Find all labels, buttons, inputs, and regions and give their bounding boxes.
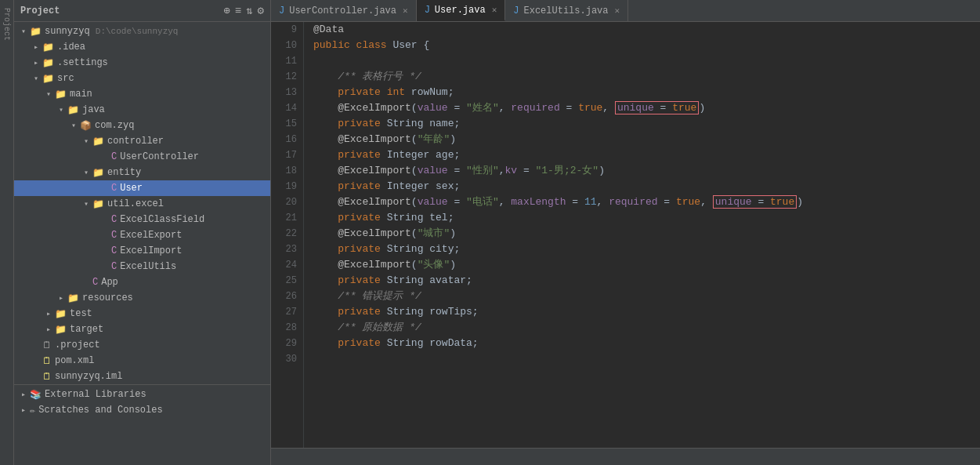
tree-item-target[interactable]: ▸ 📁 target xyxy=(14,322,270,337)
label-test: test xyxy=(70,308,92,319)
collapse-icon[interactable]: ≡ xyxy=(235,5,241,17)
label-excelutils: ExcelUtils xyxy=(120,261,176,272)
tree-item-scratches[interactable]: ▸ ✏ Scratches and Consoles xyxy=(14,402,270,418)
ln-26: 26 xyxy=(271,289,297,304)
arrow-scratches: ▸ xyxy=(17,405,30,415)
ln-30: 30 xyxy=(271,351,297,367)
arrow-controller: ▾ xyxy=(80,136,92,146)
ln-20: 20 xyxy=(271,194,297,210)
code-line-30 xyxy=(313,351,980,367)
tree-item-project-file[interactable]: 🗒 .project xyxy=(14,337,270,353)
tree-item-entity[interactable]: ▾ 📁 entity xyxy=(14,165,270,180)
tab-close-user[interactable]: ✕ xyxy=(492,5,497,15)
tree-item-iml[interactable]: 🗒 sunnyzyq.iml xyxy=(14,369,270,384)
project-tree: ▾ 📁 sunnyzyq D:\code\sunnyzyq ▸ 📁 .idea … xyxy=(14,22,270,465)
code-line-18: @ExcelImport(value = "性别",kv = "1-男;2-女"… xyxy=(313,163,980,179)
tree-item-main[interactable]: ▾ 📁 main xyxy=(14,86,270,102)
label-excelclassfield: ExcelClassField xyxy=(120,214,204,225)
label-usercontroller: UserController xyxy=(120,151,199,162)
ln-29: 29 xyxy=(271,336,297,351)
sidebar-header-icons: ⊕ ≡ ⇅ ⚙ xyxy=(223,4,264,17)
tab-usercontroller[interactable]: J UserController.java ✕ xyxy=(271,0,417,21)
code-line-13: private int rowNum; xyxy=(313,85,980,100)
arrow-main: ▾ xyxy=(42,89,55,99)
label-util-excel: util.excel xyxy=(107,198,164,209)
arrow-external-libraries: ▸ xyxy=(17,390,30,399)
tree-item-app[interactable]: C App xyxy=(14,274,270,290)
tree-item-excelexport[interactable]: C ExcelExport xyxy=(14,227,270,243)
tree-item-test[interactable]: ▸ 📁 test xyxy=(14,306,270,322)
project-sidebar: Project ⊕ ≡ ⇅ ⚙ ▾ 📁 sunnyzyq D:\code\sun… xyxy=(14,0,271,465)
label-settings: .settings xyxy=(57,57,108,68)
tree-item-excelimport[interactable]: C ExcelImport xyxy=(14,243,270,259)
code-line-25: private String avatar; xyxy=(313,273,980,289)
tree-item-excelutils[interactable]: C ExcelUtils xyxy=(14,259,270,274)
label-entity: entity xyxy=(107,167,141,178)
arrow-resources: ▸ xyxy=(55,293,67,303)
tree-item-java[interactable]: ▾ 📁 java xyxy=(14,102,270,118)
ln-23: 23 xyxy=(271,242,297,257)
sidebar-bottom: ▸ 📚 External Libraries ▸ ✏ Scratches and… xyxy=(14,384,270,420)
label-main: main xyxy=(70,89,92,100)
file-icon-project: 🗒 xyxy=(42,340,52,351)
ln-17: 17 xyxy=(271,147,297,163)
tree-item-excelclassfield[interactable]: C ExcelClassField xyxy=(14,212,270,227)
tree-item-controller[interactable]: ▾ 📁 controller xyxy=(14,133,270,149)
label-project-file: .project xyxy=(55,340,100,351)
folder-icon-controller: 📁 xyxy=(92,136,104,147)
code-container: 9 10 11 12 13 14 15 16 17 18 19 20 21 22… xyxy=(271,22,980,448)
tree-item-idea[interactable]: ▸ 📁 .idea xyxy=(14,39,270,55)
tab-close-excelutils[interactable]: ✕ xyxy=(615,5,620,16)
ln-13: 13 xyxy=(271,85,297,100)
tab-excelutils[interactable]: J ExcelUtils.java ✕ xyxy=(505,0,628,21)
label-sunnyzyq: sunnyzyq D:\code\sunnyzyq xyxy=(45,26,178,37)
tree-item-usercontroller[interactable]: C UserController xyxy=(14,149,270,165)
sort-icon[interactable]: ⇅ xyxy=(246,4,252,17)
tab-label-usercontroller: UserController.java xyxy=(289,5,396,16)
code-line-28: /** 原始数据 */ xyxy=(313,320,980,336)
arrow-entity: ▾ xyxy=(80,168,92,177)
code-line-19: private Integer sex; xyxy=(313,179,980,194)
ln-19: 19 xyxy=(271,179,297,194)
tree-item-settings[interactable]: ▸ 📁 .settings xyxy=(14,55,270,71)
arrow-util-excel: ▾ xyxy=(80,199,92,209)
ln-12: 12 xyxy=(271,69,297,85)
file-icon-pom: 🗒 xyxy=(42,355,52,367)
tree-item-com-zyq[interactable]: ▾ 📦 com.zyq xyxy=(14,118,270,133)
folder-icon-java: 📁 xyxy=(67,104,79,116)
code-line-15: private String name; xyxy=(313,116,980,132)
scratch-icon: ✏ xyxy=(30,405,35,416)
tab-label-user: User.java xyxy=(435,5,486,16)
code-line-11 xyxy=(313,53,980,69)
code-line-27: private String rowTips; xyxy=(313,304,980,320)
tab-icon-excelutils: J xyxy=(513,5,519,16)
tree-item-src[interactable]: ▾ 📁 src xyxy=(14,71,270,86)
ln-21: 21 xyxy=(271,210,297,226)
class-icon-app: C xyxy=(92,277,98,288)
tree-item-sunnyzyq[interactable]: ▾ 📁 sunnyzyq D:\code\sunnyzyq xyxy=(14,24,270,39)
tab-close-usercontroller[interactable]: ✕ xyxy=(403,5,408,16)
editor-area: J UserController.java ✕ J User.java ✕ J … xyxy=(271,0,980,465)
tree-item-external-libraries[interactable]: ▸ 📚 External Libraries xyxy=(14,387,270,402)
code-content[interactable]: @Data public class User { /** 表格行号 */ pr… xyxy=(304,22,980,448)
tree-item-resources[interactable]: ▸ 📁 resources xyxy=(14,290,270,306)
tree-item-user[interactable]: C User xyxy=(14,180,270,196)
ln-22: 22 xyxy=(271,226,297,242)
settings-icon[interactable]: ⚙ xyxy=(258,4,264,17)
tab-icon-user: J xyxy=(425,5,430,16)
tree-item-pom[interactable]: 🗒 pom.xml xyxy=(14,353,270,369)
class-icon-excelutils: C xyxy=(111,261,117,272)
locate-icon[interactable]: ⊕ xyxy=(223,4,230,17)
class-icon-usercontroller: C xyxy=(111,151,117,162)
arrow-target: ▸ xyxy=(42,325,55,334)
class-icon-excelexport: C xyxy=(111,230,117,241)
folder-icon-entity: 📁 xyxy=(92,167,104,179)
folder-icon-sunnyzyq: 📁 xyxy=(30,26,42,38)
label-external-libraries: External Libraries xyxy=(45,389,146,400)
code-line-17: private Integer age; xyxy=(313,147,980,163)
ln-15: 15 xyxy=(271,116,297,132)
tab-user[interactable]: J User.java ✕ xyxy=(417,0,506,21)
label-user: User xyxy=(120,183,143,194)
code-line-14: @ExcelImport(value = "姓名", required = tr… xyxy=(313,100,980,116)
tree-item-util-excel[interactable]: ▾ 📁 util.excel xyxy=(14,196,270,212)
